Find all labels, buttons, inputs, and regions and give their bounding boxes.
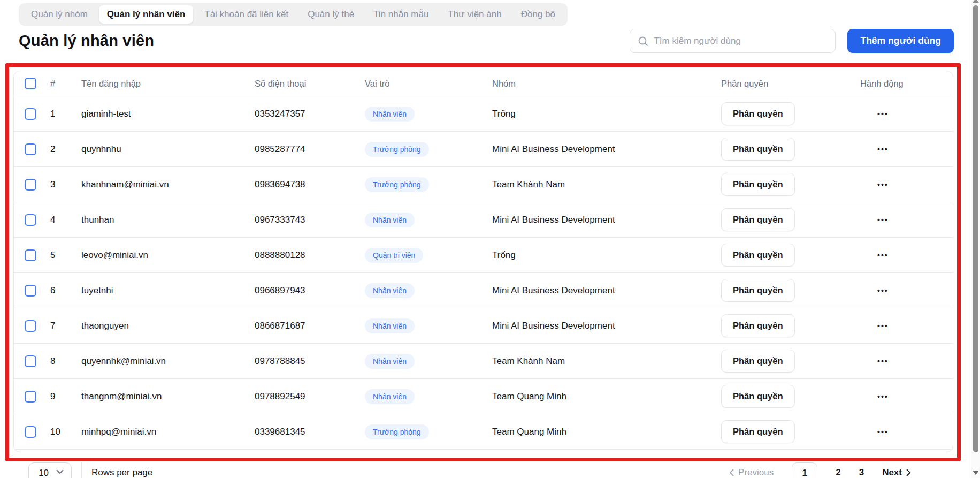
permission-button[interactable]: Phân quyền <box>721 173 795 196</box>
row-username: thunhan <box>75 215 248 225</box>
permission-button[interactable]: Phân quyền <box>721 138 795 161</box>
row-index: 2 <box>44 144 75 155</box>
role-badge: Trưởng phòng <box>365 424 429 439</box>
row-checkbox[interactable] <box>25 391 36 403</box>
row-phone: 0888880128 <box>248 250 358 261</box>
permission-button[interactable]: Phân quyền <box>721 279 795 302</box>
search-input[interactable] <box>654 36 828 47</box>
row-index: 8 <box>44 356 75 367</box>
row-checkbox[interactable] <box>25 108 36 120</box>
tab-dong-bo[interactable]: Đồng bộ <box>513 5 563 24</box>
search-icon <box>638 36 648 47</box>
table-row: 8 quyennhk@miniai.vn 0978788845 Nhân viê… <box>14 344 953 379</box>
row-phone: 0967333743 <box>248 215 358 225</box>
rows-per-page-select[interactable]: 10 <box>28 462 72 478</box>
row-actions-menu-icon[interactable]: ••• <box>877 322 889 330</box>
col-header-username: Tên đăng nhập <box>75 79 248 89</box>
row-index: 4 <box>44 215 75 225</box>
page-title: Quản lý nhân viên <box>19 32 154 50</box>
scrollbar-down-arrow-icon[interactable] <box>973 471 979 475</box>
table-row: 1 giaminh-test 0353247357 Nhân viên Trốn… <box>14 96 953 132</box>
tab-quan-ly-nhan-vien[interactable]: Quản lý nhân viên <box>99 5 193 24</box>
row-username: thangnm@miniai.vn <box>75 391 248 402</box>
rows-per-page-value: 10 <box>39 464 49 478</box>
scrollbar-thumb[interactable] <box>973 5 978 452</box>
row-index: 7 <box>44 321 75 331</box>
row-actions-menu-icon[interactable]: ••• <box>877 357 889 366</box>
row-actions-menu-icon[interactable]: ••• <box>877 216 889 224</box>
permission-button[interactable]: Phân quyền <box>721 244 795 267</box>
row-group: Mini AI Business Development <box>486 215 715 225</box>
row-actions-menu-icon[interactable]: ••• <box>877 428 889 436</box>
row-index: 1 <box>44 109 75 119</box>
row-actions-menu-icon[interactable]: ••• <box>877 251 889 260</box>
permission-button[interactable]: Phân quyền <box>721 208 795 231</box>
tab-thu-vien-anh[interactable]: Thư viện ảnh <box>440 5 509 24</box>
scrollbar-up-arrow-icon[interactable] <box>973 0 979 3</box>
row-checkbox[interactable] <box>25 179 36 191</box>
row-group: Trống <box>486 250 715 261</box>
row-checkbox[interactable] <box>25 143 36 155</box>
permission-button[interactable]: Phân quyền <box>721 102 795 125</box>
next-page-button[interactable]: Next <box>882 462 911 478</box>
role-badge: Trưởng phòng <box>365 177 429 192</box>
rows-per-page-label: Rows per page <box>91 462 152 478</box>
row-actions-menu-icon[interactable]: ••• <box>877 110 889 118</box>
row-checkbox[interactable] <box>25 426 36 438</box>
previous-page-button[interactable]: Previous <box>729 462 774 478</box>
row-checkbox[interactable] <box>25 249 36 261</box>
rows-per-page-control: 10 Rows per page <box>28 462 152 478</box>
header-actions: Thêm người dùng <box>630 29 954 53</box>
row-actions-menu-icon[interactable]: ••• <box>877 180 889 189</box>
row-username: giaminh-test <box>75 109 248 119</box>
chevron-right-icon <box>906 469 911 476</box>
page-button-1[interactable]: 1 <box>792 462 817 478</box>
role-badge: Nhân viên <box>365 283 415 298</box>
row-phone: 0353247357 <box>248 109 358 119</box>
table-row: 2 quynhnhu 0985287774 Trưởng phòng Mini … <box>14 132 953 167</box>
permission-button[interactable]: Phân quyền <box>721 314 795 337</box>
row-checkbox[interactable] <box>25 355 36 367</box>
row-phone: 0978788845 <box>248 356 358 367</box>
add-user-button[interactable]: Thêm người dùng <box>847 29 954 53</box>
col-header-permission: Phân quyền <box>715 79 854 89</box>
chevron-left-icon <box>729 469 734 476</box>
row-index: 10 <box>44 427 75 437</box>
row-group: Team Khánh Nam <box>486 179 715 190</box>
vertical-scrollbar[interactable] <box>971 0 980 478</box>
col-header-group: Nhóm <box>486 79 715 89</box>
permission-button[interactable]: Phân quyền <box>721 350 795 373</box>
row-username: quyennhk@miniai.vn <box>75 356 248 367</box>
top-tab-bar: Quản lý nhóm Quản lý nhân viên Tài khoản… <box>19 3 568 26</box>
tab-tai-khoan-da-lien-ket[interactable]: Tài khoản đã liên kết <box>196 5 296 24</box>
role-badge: Nhân viên <box>365 318 415 333</box>
row-checkbox[interactable] <box>25 285 36 297</box>
tab-quan-ly-the[interactable]: Quản lý thẻ <box>300 5 362 24</box>
search-box[interactable] <box>630 29 836 53</box>
row-username: minhpq@miniai.vn <box>75 427 248 437</box>
row-username: leovo@miniai.vn <box>75 250 248 261</box>
row-actions-menu-icon[interactable]: ••• <box>877 145 889 154</box>
row-group: Mini AI Business Development <box>486 321 715 331</box>
next-label: Next <box>882 467 902 478</box>
col-header-role: Vai trò <box>358 79 486 89</box>
row-group: Team Quang Minh <box>486 427 715 437</box>
chevron-down-icon <box>56 469 64 474</box>
row-username: tuyetnhi <box>75 285 248 296</box>
row-index: 6 <box>44 285 75 296</box>
tab-tin-nhan-mau[interactable]: Tin nhắn mẫu <box>365 5 437 24</box>
footer-divider <box>81 462 82 478</box>
row-group: Team Khánh Nam <box>486 356 715 367</box>
table-row: 7 thaonguyen 0866871687 Nhân viên Mini A… <box>14 308 953 344</box>
tab-quan-ly-nhom[interactable]: Quản lý nhóm <box>23 5 96 24</box>
permission-button[interactable]: Phân quyền <box>721 385 795 408</box>
row-checkbox[interactable] <box>25 214 36 226</box>
select-all-checkbox[interactable] <box>25 78 36 89</box>
page-button-2[interactable]: 2 <box>836 462 840 478</box>
role-badge: Trưởng phòng <box>365 142 429 157</box>
page-button-3[interactable]: 3 <box>859 462 864 478</box>
row-actions-menu-icon[interactable]: ••• <box>877 392 889 401</box>
row-checkbox[interactable] <box>25 320 36 332</box>
permission-button[interactable]: Phân quyền <box>721 420 795 443</box>
row-actions-menu-icon[interactable]: ••• <box>877 286 889 295</box>
